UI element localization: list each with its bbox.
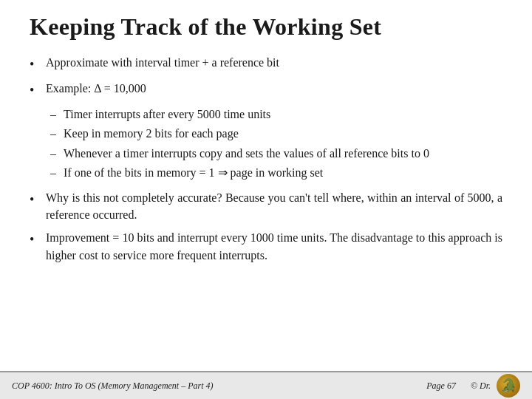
footer-page: Page 67: [426, 381, 456, 392]
sub-bullet-3: – Whenever a timer interrupts copy and s…: [50, 145, 502, 162]
bullet-dot-2: •: [30, 81, 46, 100]
bullet-2: • Example: Δ = 10,000: [30, 80, 502, 100]
footer-left: COP 4600: Intro To OS (Memory Management…: [12, 381, 412, 392]
bullet-text-2: Example: Δ = 10,000: [46, 80, 502, 97]
bullet-dot-1: •: [30, 55, 46, 74]
bullet-text-1: Approximate with interval timer + a refe…: [46, 54, 502, 71]
sub-text-1: Timer interrupts after every 5000 time u…: [64, 106, 502, 123]
bullet-dot-3: •: [30, 190, 46, 209]
sub-text-4: If one of the bits in memory = 1 ⇒ page …: [64, 164, 502, 181]
slide-footer: COP 4600: Intro To OS (Memory Management…: [0, 371, 532, 399]
bullet-text-4: Improvement = 10 bits and interrupt ever…: [46, 229, 502, 263]
footer-right: © Dr. 🐊: [471, 374, 520, 398]
slide: Keeping Track of the Working Set • Appro…: [0, 0, 532, 399]
sub-bullet-4: – If one of the bits in memory = 1 ⇒ pag…: [50, 164, 502, 181]
sub-text-3: Whenever a timer interrupts copy and set…: [64, 145, 502, 162]
university-logo: 🐊: [497, 374, 520, 398]
sub-dash-4: –: [50, 164, 64, 181]
slide-content: • Approximate with interval timer + a re…: [30, 54, 502, 399]
sub-text-2: Keep in memory 2 bits for each page: [64, 125, 502, 142]
footer-copyright: © Dr.: [471, 381, 491, 392]
slide-title: Keeping Track of the Working Set: [30, 13, 502, 41]
sub-dash-3: –: [50, 145, 64, 162]
bullet-1: • Approximate with interval timer + a re…: [30, 54, 502, 74]
sub-bullets: – Timer interrupts after every 5000 time…: [50, 106, 502, 183]
bullet-4: • Improvement = 10 bits and interrupt ev…: [30, 229, 502, 263]
bullet-text-3: Why is this not completely accurate? Bec…: [46, 189, 502, 223]
bullet-3: • Why is this not completely accurate? B…: [30, 189, 502, 223]
sub-dash-2: –: [50, 125, 64, 142]
bullet-dot-4: •: [30, 230, 46, 249]
sub-bullet-1: – Timer interrupts after every 5000 time…: [50, 106, 502, 123]
sub-dash-1: –: [50, 106, 64, 123]
sub-bullet-2: – Keep in memory 2 bits for each page: [50, 125, 502, 142]
